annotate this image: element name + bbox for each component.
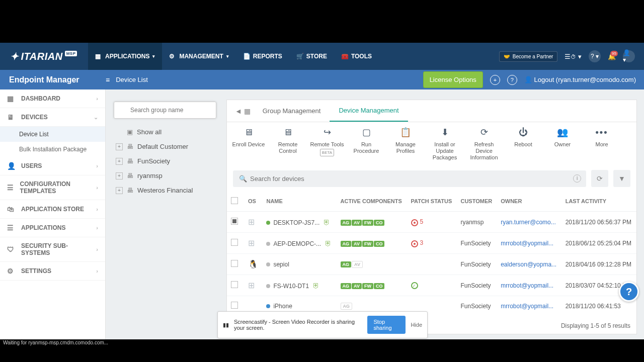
row-checkbox[interactable] — [231, 302, 238, 309]
device-name[interactable]: iPhone — [273, 303, 292, 310]
list-settings-icon[interactable]: ☰⏱ ▾ — [565, 53, 582, 60]
col-patch-status[interactable]: PATCH STATUS — [407, 191, 457, 212]
toolbar-remote-tools[interactable]: ↪Remote ToolsBETA — [307, 126, 347, 166]
topnav-store[interactable]: 🛒STORE — [289, 43, 334, 70]
toolbar-manage-profiles[interactable]: 📋Manage Profiles — [386, 126, 425, 166]
device-name[interactable]: AEP-DEMOPC-... — [273, 240, 321, 247]
filter-icon[interactable]: ▼ — [613, 170, 630, 187]
owner-link[interactable]: ealderson@yopma... — [501, 261, 556, 268]
topnav-management[interactable]: ⚙MANAGEMENT ▾ — [162, 43, 235, 70]
row-checkbox[interactable] — [231, 260, 238, 267]
license-options-button[interactable]: License Options — [423, 71, 483, 88]
help-circle-icon[interactable]: ? — [507, 75, 517, 85]
select-all-checkbox[interactable] — [231, 197, 238, 204]
row-checkbox[interactable] — [231, 281, 238, 288]
hamburger-icon[interactable]: ≡ — [106, 76, 110, 84]
device-name[interactable]: sepiol — [273, 261, 289, 268]
tabs: ◄ ▦ Group Management Device Management — [227, 100, 636, 122]
expand-icon[interactable]: + — [116, 158, 123, 165]
product-title: Endpoint Manager — [0, 75, 106, 84]
info-icon[interactable]: i — [573, 174, 581, 183]
toolbar-enroll-device[interactable]: 🖥Enroll Device — [229, 126, 268, 166]
user-avatar-icon[interactable]: 👤 ▾ — [623, 50, 635, 62]
device-toolbar: 🖥Enroll Device🖥Remote Control↪Remote Too… — [227, 122, 636, 166]
customer-cell: FunSociety — [456, 254, 497, 275]
toolbar-owner[interactable]: 👥Owner — [543, 126, 582, 166]
toolbar-install-or-update-packages[interactable]: ⬇Install or Update Packages — [425, 126, 464, 166]
topnav-applications[interactable]: ▦APPLICATIONS ▾ — [88, 43, 162, 70]
sidebar-item-dashboard[interactable]: ▦DASHBOARD› — [0, 89, 105, 108]
topnav-reports[interactable]: 📄REPORTS — [236, 43, 289, 70]
owner-link[interactable]: mrrobot@yopmail... — [501, 303, 553, 310]
sidebar-item-users[interactable]: 👤USERS› — [0, 157, 105, 175]
device-grid: OSNAMEACTIVE COMPONENTSPATCH STATUSCUSTO… — [227, 191, 636, 315]
toolbar-remote-control[interactable]: 🖥Remote Control — [268, 126, 307, 166]
device-name[interactable]: DESKTOP-JS7... — [273, 219, 319, 226]
logout-link[interactable]: 👤 Logout (ryan.turner@comodo.com) — [524, 76, 636, 83]
tree-node[interactable]: +🖶Default Customer — [114, 139, 216, 154]
sidebar-item-applications[interactable]: ☰APPLICATIONS› — [0, 219, 105, 237]
results-count: Displaying 1-5 of 5 results — [561, 322, 630, 329]
topnav-tools[interactable]: 🧰TOOLS — [334, 43, 379, 70]
row-checkbox[interactable] — [231, 239, 238, 246]
refresh-icon[interactable]: ⟳ — [591, 170, 608, 187]
device-name[interactable]: FS-W10-DT1 — [273, 283, 309, 290]
tab-group-management[interactable]: Group Management — [254, 101, 330, 121]
sidebar-item-security-sub-systems[interactable]: 🛡SECURITY SUB-SYSTEMS› — [0, 237, 105, 262]
sidebar-item-settings[interactable]: ⚙SETTINGS› — [0, 262, 105, 281]
tree-node[interactable]: +🖶Westeros Financial — [114, 183, 216, 198]
col-active-components[interactable]: ACTIVE COMPONENTS — [337, 191, 407, 212]
expand-icon[interactable]: + — [116, 172, 123, 179]
brand-logo: ✦ITARIANMSP — [0, 50, 88, 62]
last-activity-cell: 2018/04/16 09:12:28 PM — [561, 254, 636, 275]
col-customer[interactable]: CUSTOMER — [456, 191, 497, 212]
customer-cell: ryanmsp — [456, 212, 497, 233]
table-row[interactable]: ⊞ FS-W10-DT1 ⛨ AGAVFWCO ✓ FunSociety mrr… — [227, 275, 636, 296]
col-os[interactable]: OS — [244, 191, 262, 212]
help-float-button[interactable]: ? — [619, 282, 639, 302]
expand-icon[interactable]: + — [116, 143, 123, 150]
col-owner[interactable]: OWNER — [497, 191, 561, 212]
table-row[interactable]: ⊞ AEP-DEMOPC-... ⛨ AGAVFWCO 3 FunSociety… — [227, 233, 636, 254]
owner-link[interactable]: mrrobot@yopmail... — [501, 240, 553, 247]
tree-node[interactable]: +🖶ryanmsp — [114, 168, 216, 183]
customer-cell: FunSociety — [456, 275, 497, 296]
collapse-tree-icon[interactable]: ◄ ▦ — [232, 102, 254, 120]
customer-cell: FunSociety — [456, 296, 497, 315]
breadcrumb-text: Device List — [116, 76, 148, 83]
col-last-activity[interactable]: LAST ACTIVITY — [561, 191, 636, 212]
stop-sharing-button[interactable]: Stop sharing — [367, 316, 406, 334]
become-partner-button[interactable]: 🤝Become a Partner — [499, 51, 558, 62]
os-icon: ⊞ — [248, 218, 255, 226]
help-icon[interactable]: ? ▾ — [589, 50, 601, 62]
tree-node[interactable]: +🖶FunSociety — [114, 154, 216, 168]
toolbar-refresh-device-information[interactable]: ⟳Refresh Device Information — [464, 126, 504, 166]
table-row[interactable]: ⊞ DESKTOP-JS7... ⛨ AGAVFWCO 5 ryanmsp ry… — [227, 212, 636, 233]
expand-icon[interactable]: + — [116, 187, 123, 194]
sidebar-item-configuration-templates[interactable]: ☰CONFIGURATION TEMPLATES› — [0, 175, 105, 200]
last-activity-cell: 2018/06/12 05:25:04 PM — [561, 233, 636, 254]
folder-icon: ▣ — [127, 128, 133, 136]
toolbar-reboot[interactable]: ⏻Reboot — [504, 126, 543, 166]
tab-device-management[interactable]: Device Management — [330, 100, 408, 122]
sidebar: ▦DASHBOARD›🖥DEVICES⌄Device ListBulk Inst… — [0, 89, 106, 339]
table-row[interactable]: 🐧 sepiol AGAV FunSociety ealderson@yopma… — [227, 254, 636, 275]
pause-icon[interactable]: ▮▮ — [223, 322, 229, 328]
row-checkbox[interactable] — [231, 218, 238, 225]
sidebar-item-devices[interactable]: 🖥DEVICES⌄ — [0, 108, 105, 127]
device-search-input[interactable] — [233, 170, 586, 187]
sidebar-sub-bulk-installation-package[interactable]: Bulk Installation Package — [0, 142, 105, 157]
sidebar-sub-device-list[interactable]: Device List — [0, 127, 105, 142]
group-search-input[interactable] — [114, 102, 216, 119]
breadcrumb: ≡ Device List — [106, 76, 148, 84]
toolbar-run-procedure[interactable]: ▢Run Procedure — [347, 126, 386, 166]
sidebar-item-application-store[interactable]: 🛍APPLICATION STORE› — [0, 200, 105, 219]
notification-icon[interactable]: 🔔95 — [608, 53, 616, 60]
owner-link[interactable]: ryan.turner@como... — [501, 219, 556, 226]
col-name[interactable]: NAME — [262, 191, 336, 212]
hide-button[interactable]: Hide — [411, 322, 422, 328]
owner-link[interactable]: mrrobot@yopmail... — [501, 282, 553, 289]
add-icon[interactable]: + — [490, 75, 500, 85]
show-all-row[interactable]: ▣ Show all — [114, 125, 216, 139]
toolbar-more[interactable]: •••More — [582, 126, 621, 166]
